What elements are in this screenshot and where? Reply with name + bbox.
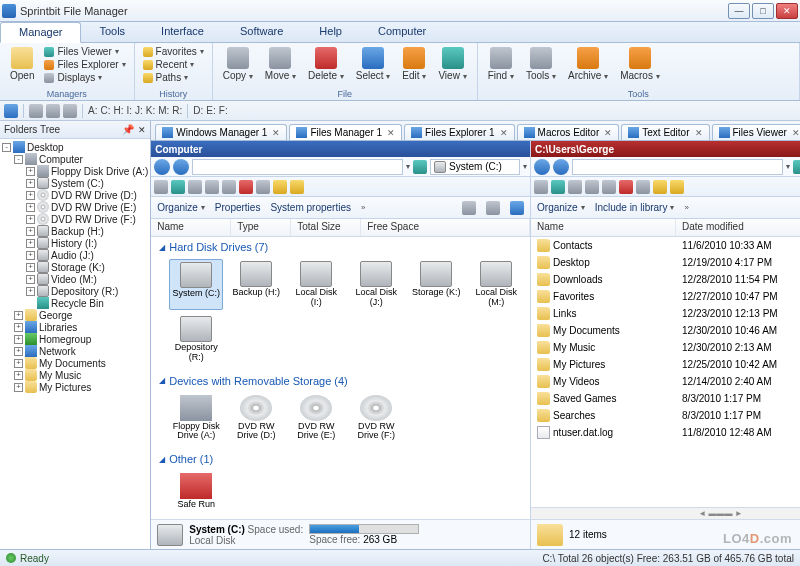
tool-icon[interactable] [256,180,270,194]
organize-button[interactable]: Organize ▾ [537,202,585,213]
expand-toggle-icon[interactable]: + [26,191,35,200]
expand-toggle-icon[interactable]: + [26,251,35,260]
tree-node[interactable]: +George [2,309,148,321]
column-header[interactable]: Name Date modified [531,219,800,237]
history-item[interactable]: Paths ▾ [141,71,206,84]
pin-icon[interactable]: 📌 [122,124,134,136]
drive-item[interactable]: DVD RW Drive (D:) [229,393,283,444]
copy-button[interactable]: Copy ▾ [219,45,257,83]
drive-item[interactable]: Local Disk (J:) [349,259,403,310]
close-tab-icon[interactable]: ✕ [695,128,703,138]
doc-tab[interactable]: Windows Manager 1✕ [155,124,287,140]
tree-node[interactable]: Recycle Bin [2,297,148,309]
list-item[interactable]: Links12/23/2010 12:13 PM [531,305,800,322]
drive-item[interactable]: Safe Run [169,471,223,512]
tools-button[interactable]: Tools ▾ [522,45,560,83]
tree-node[interactable]: +Homegroup [2,333,148,345]
expand-toggle-icon[interactable]: + [14,359,23,368]
expand-toggle-icon[interactable]: + [14,383,23,392]
drive-item[interactable]: Floppy Disk Drive (A:) [169,393,223,444]
help-icon[interactable] [510,201,524,215]
ribbon-tab-tools[interactable]: Tools [81,22,143,42]
close-tab-icon[interactable]: ✕ [500,128,508,138]
close-tab-icon[interactable]: ✕ [387,128,395,138]
expand-toggle-icon[interactable]: + [26,227,35,236]
ribbon-tab-computer[interactable]: Computer [360,22,444,42]
tree-node[interactable]: +Depository (R:) [2,285,148,297]
move-button[interactable]: Move ▾ [261,45,300,83]
drive-item[interactable]: System (C:) [169,259,223,310]
list-item[interactable]: ntuser.dat.log11/8/2010 12:48 AM [531,424,800,441]
drive-item[interactable]: Storage (K:) [409,259,463,310]
history-item[interactable]: Favorites ▾ [141,45,206,58]
managers-item[interactable]: Displays ▾ [42,71,127,84]
archive-button[interactable]: Archive ▾ [564,45,612,83]
expand-toggle-icon[interactable]: + [26,239,35,248]
expand-toggle-icon[interactable]: - [2,143,11,152]
tree-node[interactable]: +DVD RW Drive (D:) [2,189,148,201]
tool-icon[interactable] [63,104,77,118]
tree-node[interactable]: +Audio (J:) [2,249,148,261]
expand-toggle-icon[interactable]: + [14,347,23,356]
refresh-icon[interactable] [793,160,800,174]
group-header[interactable]: ◢ Devices with Removable Storage (4) [151,371,530,391]
expand-toggle-icon[interactable]: + [26,203,35,212]
view-icon[interactable] [462,201,476,215]
tree-node[interactable]: +My Pictures [2,381,148,393]
nav-back-icon[interactable] [534,159,550,175]
doc-tab[interactable]: Macros Editor✕ [517,124,620,140]
open-button[interactable]: Open [6,45,38,83]
drive-item[interactable]: Local Disk (M:) [469,259,523,310]
drive-item[interactable]: Local Disk (I:) [289,259,343,310]
drive-select[interactable]: System (C:) [430,159,520,175]
nav-forward-icon[interactable] [553,159,569,175]
maximize-button[interactable]: □ [752,3,774,19]
tree-node[interactable]: +Network [2,345,148,357]
tool-icon[interactable] [273,180,287,194]
list-item[interactable]: My Documents12/30/2010 10:46 AM [531,322,800,339]
tree-node[interactable]: +Video (M:) [2,273,148,285]
expand-toggle-icon[interactable]: + [26,179,35,188]
copy-icon[interactable] [205,180,219,194]
system-properties-button[interactable]: System properties [270,202,351,213]
paste-icon[interactable] [602,180,616,194]
address-input[interactable] [572,159,783,175]
tool-icon[interactable] [653,180,667,194]
find-button[interactable]: Find ▾ [484,45,518,83]
cut-icon[interactable] [568,180,582,194]
tool-icon[interactable] [171,180,185,194]
ribbon-tab-manager[interactable]: Manager [0,22,81,43]
tree-node[interactable]: +My Documents [2,357,148,369]
delete-icon[interactable] [239,180,253,194]
tool-icon[interactable] [46,104,60,118]
expand-toggle-icon[interactable]: - [14,155,23,164]
list-item[interactable]: Desktop12/19/2010 4:17 PM [531,254,800,271]
close-tab-icon[interactable]: ✕ [272,128,280,138]
copy-icon[interactable] [585,180,599,194]
select-button[interactable]: Select ▾ [352,45,395,83]
doc-tab[interactable]: Files Explorer 1✕ [404,124,514,140]
close-tab-icon[interactable]: ✕ [604,128,612,138]
expand-toggle-icon[interactable]: + [26,167,35,176]
managers-item[interactable]: Files Explorer ▾ [42,58,127,71]
doc-tab[interactable]: Files Viewer✕ [712,124,800,140]
star-icon[interactable] [290,180,304,194]
help-icon[interactable] [4,104,18,118]
list-item[interactable]: My Videos12/14/2010 2:40 AM [531,373,800,390]
tree-node[interactable]: +System (C:) [2,177,148,189]
list-item[interactable]: Downloads12/28/2010 11:54 PM [531,271,800,288]
scrollbar[interactable]: ◄ ▬▬▬ ► [531,507,800,519]
history-item[interactable]: Recent ▾ [141,58,206,71]
column-header[interactable]: Name Type Total Size Free Space [151,219,530,237]
drive-item[interactable]: DVD RW Drive (E:) [289,393,343,444]
macros-button[interactable]: Macros ▾ [616,45,664,83]
expand-toggle-icon[interactable]: + [26,215,35,224]
drive-item[interactable]: DVD RW Drive (F:) [349,393,403,444]
ribbon-tab-help[interactable]: Help [301,22,360,42]
view-button[interactable]: View ▾ [434,45,470,83]
nav-forward-icon[interactable] [173,159,189,175]
list-item[interactable]: Searches8/3/2010 1:17 PM [531,407,800,424]
tree-node[interactable]: -Computer [2,153,148,165]
star-icon[interactable] [670,180,684,194]
tree-node[interactable]: +History (I:) [2,237,148,249]
